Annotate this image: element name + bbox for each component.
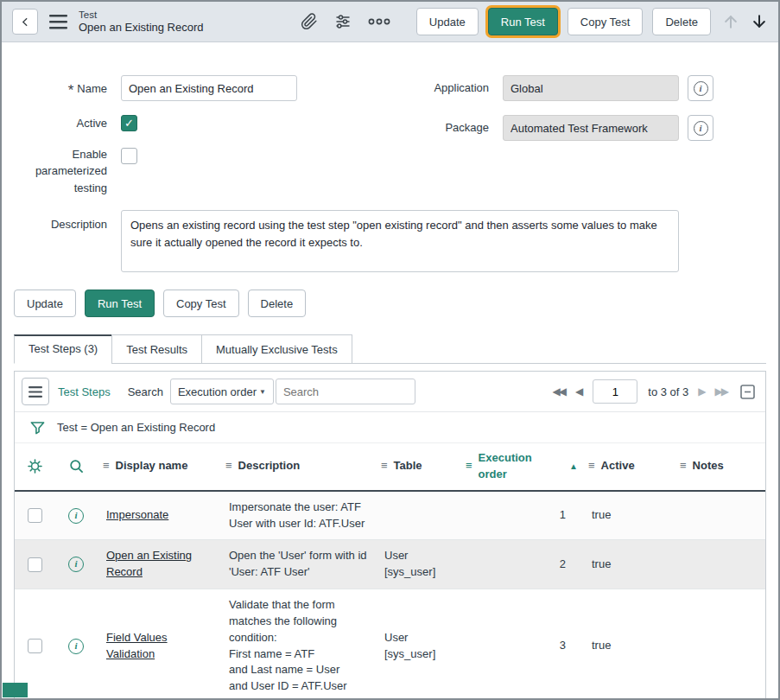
active-label: Active [2, 115, 121, 132]
first-page-icon[interactable]: ◀◀ [553, 385, 567, 398]
cell-execution-order: 3 [460, 630, 583, 662]
info-icon[interactable]: i [68, 508, 84, 524]
record-link[interactable]: Field Values Validation [106, 631, 168, 660]
footer-run-test-button[interactable]: Run Test [85, 290, 155, 317]
delete-button[interactable]: Delete [652, 8, 711, 35]
form-context-menu-icon[interactable] [49, 15, 67, 29]
personalize-form-icon[interactable] [334, 13, 352, 30]
application-label: Application [399, 80, 503, 97]
footer-copy-test-button[interactable]: Copy Test [163, 290, 239, 317]
search-field-value: Execution order [178, 385, 257, 398]
application-input[interactable] [503, 75, 679, 101]
table-row: i Field Values Validation Validate that … [15, 589, 765, 700]
name-input[interactable] [121, 75, 297, 101]
previous-page-icon[interactable]: ◀ [575, 385, 583, 398]
description-textarea[interactable]: Opens an existing record using the test … [121, 210, 679, 272]
collapse-list-icon[interactable] [740, 385, 755, 399]
cell-notes [675, 639, 765, 654]
update-button[interactable]: Update [416, 8, 479, 35]
package-input[interactable] [503, 115, 679, 141]
attachment-icon[interactable] [301, 13, 318, 30]
column-menu-icon[interactable]: ≡ [103, 458, 110, 474]
row-checkbox[interactable] [28, 508, 42, 523]
record-link[interactable]: Impersonate [106, 508, 168, 521]
column-header-description[interactable]: ≡Description [220, 451, 376, 481]
info-icon[interactable]: i [68, 639, 84, 654]
related-lists-tabs: Test Steps (3) Test Results Mutually Exc… [14, 334, 766, 364]
test-record-page: Test Open an Existing Record Update Run … [0, 0, 780, 700]
search-field-select[interactable]: Execution order ▼ [170, 379, 274, 404]
column-header-execution-order[interactable]: ≡Execution order▲ [460, 443, 583, 490]
next-record-icon[interactable] [751, 12, 768, 31]
page-title: Open an Existing Record [79, 21, 204, 35]
sort-ascending-icon: ▲ [569, 461, 578, 474]
enable-parameterized-testing-label: Enable parameterized testing [2, 146, 121, 197]
list-context-menu-icon[interactable] [22, 378, 49, 405]
filter-icon[interactable] [29, 419, 46, 436]
active-checkbox[interactable]: ✓ [121, 115, 137, 131]
check-icon: ✓ [124, 117, 134, 130]
previous-record-icon[interactable] [722, 12, 739, 31]
list-search-input[interactable] [276, 379, 415, 404]
column-menu-icon[interactable]: ≡ [680, 458, 687, 474]
required-marker: * [68, 82, 74, 99]
chevron-left-icon [20, 16, 31, 28]
cell-notes [675, 557, 765, 572]
last-page-icon[interactable]: ▶▶ [715, 385, 729, 398]
record-title-block: Test Open an Existing Record [79, 9, 204, 35]
cell-active: true [583, 630, 675, 662]
column-menu-icon[interactable]: ≡ [225, 458, 232, 474]
column-menu-icon[interactable]: ≡ [588, 458, 595, 474]
cell-description: Impersonate the user: ATF User with user… [220, 492, 376, 540]
back-button[interactable] [12, 9, 38, 35]
info-icon: i [694, 121, 708, 136]
cell-description: Open the 'User' form with id 'User: ATF … [220, 540, 376, 589]
record-type-label: Test [79, 9, 204, 21]
more-options-icon[interactable] [368, 17, 390, 26]
tab-mutually-exclusive-tests[interactable]: Mutually Exclusive Tests [201, 334, 352, 364]
list-accent-block [3, 683, 28, 697]
row-checkbox[interactable] [28, 639, 42, 653]
cell-table: User [sys_user] [376, 540, 460, 589]
package-label: Package [399, 119, 503, 137]
record-link[interactable]: Open an Existing Record [106, 549, 192, 578]
column-header-notes[interactable]: ≡Notes [675, 451, 765, 481]
enable-parameterized-testing-checkbox[interactable] [121, 148, 137, 164]
list-filter-row: Test = Open an Existing Record [15, 412, 765, 443]
next-page-icon[interactable]: ▶ [698, 385, 706, 398]
search-icon[interactable] [68, 458, 85, 474]
package-info-button[interactable]: i [688, 115, 713, 141]
cell-execution-order: 1 [460, 500, 583, 531]
cell-notes [675, 508, 765, 524]
tab-test-results[interactable]: Test Results [111, 334, 202, 364]
application-info-button[interactable]: i [688, 75, 713, 101]
footer-delete-button[interactable]: Delete [248, 290, 307, 317]
column-header-active[interactable]: ≡Active [583, 451, 675, 481]
filter-breadcrumb[interactable]: Test = Open an Existing Record [57, 421, 215, 434]
column-header-table[interactable]: ≡Table [376, 451, 460, 481]
column-menu-icon[interactable]: ≡ [381, 458, 388, 474]
footer-update-button[interactable]: Update [14, 290, 76, 317]
column-header-display-name[interactable]: ≡Display name [98, 451, 220, 481]
search-label: Search [128, 385, 163, 398]
cell-table [376, 508, 460, 524]
column-menu-icon[interactable]: ≡ [466, 458, 472, 474]
row-range-label: to 3 of 3 [648, 385, 688, 398]
row-checkbox[interactable] [28, 557, 42, 572]
page-number-input[interactable] [593, 379, 637, 404]
tab-test-steps[interactable]: Test Steps (3) [14, 334, 112, 364]
copy-test-button[interactable]: Copy Test [568, 8, 644, 35]
run-test-button[interactable]: Run Test [488, 8, 558, 35]
cell-description: Validate that the form matches the follo… [220, 589, 376, 700]
cell-active: true [583, 549, 675, 581]
table-row: i Open an Existing Record Open the 'User… [15, 540, 765, 589]
info-icon: i [694, 81, 708, 96]
table-row: i Impersonate Impersonate the user: ATF … [15, 492, 765, 541]
record-form: *Name Active ✓ Enable parameterized test… [2, 42, 778, 272]
name-label: *Name [2, 77, 121, 99]
info-icon[interactable]: i [68, 557, 84, 572]
list-toolbar: Test Steps Search Execution order ▼ ◀◀ ◀… [15, 372, 765, 412]
description-label: Description [2, 210, 121, 233]
cell-table: User [sys_user] [376, 622, 460, 671]
gear-icon[interactable] [27, 458, 43, 474]
